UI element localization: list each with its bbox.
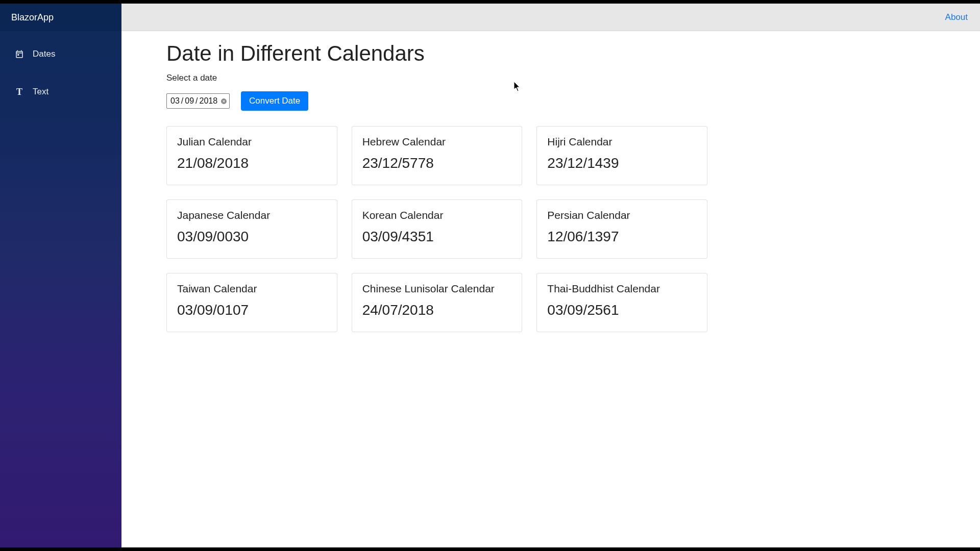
card-value: 03/09/0107 <box>177 302 327 318</box>
card-persian: Persian Calendar 12/06/1397 <box>536 199 707 259</box>
card-value: 03/09/4351 <box>362 229 512 245</box>
card-thai-buddhist: Thai-Buddhist Calendar 03/09/2561 <box>536 273 707 332</box>
card-title: Julian Calendar <box>177 136 327 148</box>
brand-title: BlazorApp <box>0 4 121 31</box>
card-korean: Korean Calendar 03/09/4351 <box>352 199 523 259</box>
card-chinese-lunisolar: Chinese Lunisolar Calendar 24/07/2018 <box>352 273 523 332</box>
page-title: Date in Different Calendars <box>166 41 935 66</box>
card-value: 12/06/1397 <box>547 229 697 245</box>
calendar-icon <box>14 49 24 59</box>
select-date-label: Select a date <box>166 73 935 83</box>
convert-date-button[interactable]: Convert Date <box>241 91 308 111</box>
sidebar-item-label: Dates <box>33 49 55 59</box>
date-input-day[interactable]: 03 <box>170 96 180 106</box>
sidebar-item-text[interactable]: T Text <box>0 73 121 111</box>
card-value: 03/09/0030 <box>177 229 327 245</box>
date-input-year[interactable]: 2018 <box>199 96 218 106</box>
sidebar-nav: Dates T Text <box>0 31 121 111</box>
calendar-cards-grid: Julian Calendar 21/08/2018 Hebrew Calend… <box>166 126 707 332</box>
date-separator: / <box>180 96 184 106</box>
app-root: BlazorApp Dates T Text About Date in Dif… <box>0 4 980 547</box>
card-japanese: Japanese Calendar 03/09/0030 <box>166 199 337 259</box>
main-column: About Date in Different Calendars Select… <box>121 4 980 547</box>
date-input[interactable]: 03 / 09 / 2018 <box>166 93 230 109</box>
card-hebrew: Hebrew Calendar 23/12/5778 <box>352 126 523 185</box>
sidebar: BlazorApp Dates T Text <box>0 4 121 547</box>
content-area: Date in Different Calendars Select a dat… <box>121 31 980 547</box>
card-title: Chinese Lunisolar Calendar <box>362 283 512 295</box>
sidebar-item-label: Text <box>33 87 48 97</box>
letterbox-top <box>0 0 980 4</box>
clear-date-icon[interactable] <box>220 97 227 105</box>
text-icon: T <box>14 87 24 97</box>
card-julian: Julian Calendar 21/08/2018 <box>166 126 337 185</box>
card-value: 21/08/2018 <box>177 155 327 171</box>
card-title: Hebrew Calendar <box>362 136 512 148</box>
card-hijri: Hijri Calendar 23/12/1439 <box>536 126 707 185</box>
card-title: Hijri Calendar <box>547 136 697 148</box>
card-value: 24/07/2018 <box>362 302 512 318</box>
topbar: About <box>121 4 980 31</box>
card-title: Japanese Calendar <box>177 209 327 221</box>
card-value: 23/12/5778 <box>362 155 512 171</box>
date-separator: / <box>194 96 199 106</box>
card-title: Thai-Buddhist Calendar <box>547 283 697 295</box>
card-title: Persian Calendar <box>547 209 697 221</box>
card-title: Taiwan Calendar <box>177 283 327 295</box>
about-link[interactable]: About <box>945 12 968 22</box>
card-title: Korean Calendar <box>362 209 512 221</box>
card-value: 23/12/1439 <box>547 155 697 171</box>
letterbox-bottom <box>0 547 980 551</box>
date-input-month[interactable]: 09 <box>184 96 194 106</box>
card-value: 03/09/2561 <box>547 302 697 318</box>
sidebar-item-dates[interactable]: Dates <box>0 35 121 73</box>
card-taiwan: Taiwan Calendar 03/09/0107 <box>166 273 337 332</box>
controls-row: 03 / 09 / 2018 Convert Date <box>166 91 935 111</box>
